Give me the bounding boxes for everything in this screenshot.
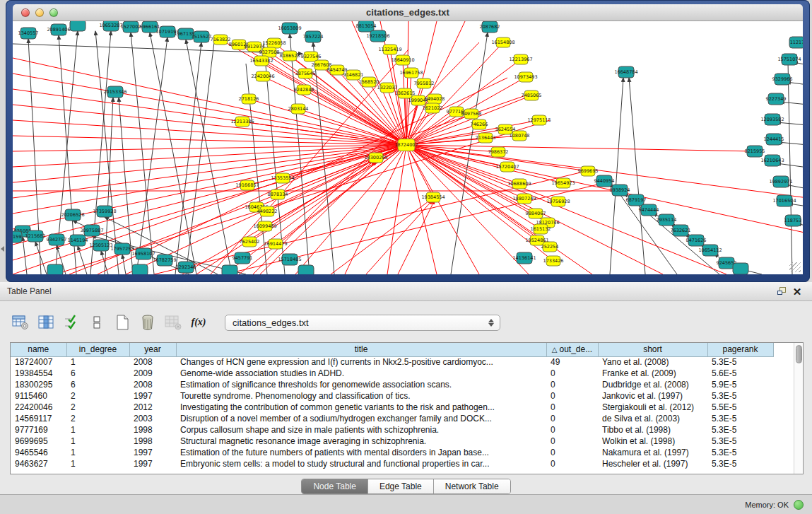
graph-node[interactable]: 1292346 (176, 262, 196, 273)
graph-node[interactable] (132, 264, 148, 274)
graph-node[interactable]: 1340557 (18, 28, 39, 39)
graph-node[interactable]: 7632621 (671, 225, 691, 236)
table-row[interactable]: 1872400712008Changes of HCN gene express… (11, 356, 795, 368)
table-cell[interactable]: 5.3E-5 (707, 458, 773, 469)
graph-node[interactable]: 22420046 (251, 71, 274, 81)
graph-node[interactable]: 19756928 (546, 197, 570, 206)
graph-node[interactable]: 252254 (541, 242, 559, 252)
table-cell[interactable]: 0 (546, 390, 598, 402)
graph-node[interactable]: 9440954 (594, 175, 615, 187)
panel-collapse-arrow-icon[interactable] (1, 246, 4, 252)
new-column-button[interactable] (113, 314, 131, 331)
table-cell[interactable]: 1 (66, 356, 129, 368)
table-cell[interactable]: 0 (546, 379, 598, 390)
zoom-window-button[interactable] (49, 8, 58, 17)
graph-node[interactable]: 1615132 (531, 224, 551, 234)
graph-node[interactable]: 12093582 (760, 114, 784, 125)
table-cell[interactable]: 2008 (129, 379, 176, 390)
graph-node[interactable] (47, 264, 63, 274)
citation-edge-black[interactable] (136, 37, 167, 274)
graph-node[interactable]: 9227349 (766, 93, 787, 105)
graph-node[interactable]: 4498222 (257, 206, 278, 216)
table-cell[interactable]: Genome-wide association studies in ADHD. (176, 368, 546, 379)
graph-node[interactable]: 19166857 (235, 180, 259, 190)
graph-node[interactable]: 9699695 (578, 166, 599, 176)
table-row[interactable]: 969969511998Structural magnetic resonanc… (11, 436, 795, 447)
table-cell[interactable]: 5.9E-5 (707, 379, 773, 390)
table-options-button[interactable] (11, 314, 30, 331)
table-cell[interactable]: Nakamura et al. (1997) (598, 447, 707, 458)
graph-node[interactable]: 16543382 (249, 56, 273, 66)
graph-node[interactable]: 9884067 (526, 209, 546, 218)
graph-node[interactable]: 12213386 (230, 117, 254, 127)
column-header[interactable]: short (598, 343, 707, 356)
graph-node[interactable]: 2803144 (288, 104, 309, 114)
table-cell[interactable]: Corpus callosum shape and size in male p… (176, 424, 546, 436)
graph-node[interactable]: 16154808 (491, 37, 514, 47)
graph-node[interactable]: 16099489 (253, 221, 276, 231)
graph-node[interactable]: 18807249 (512, 194, 536, 204)
tab-node-table[interactable]: Node Table (302, 479, 368, 493)
graph-node[interactable]: 9146821 (343, 70, 364, 80)
table-cell[interactable]: 0 (546, 413, 598, 424)
table-cell[interactable]: Yano et al. (2008) (598, 356, 707, 368)
table-cell[interactable]: 6 (66, 368, 129, 379)
table-cell[interactable]: 0 (546, 424, 598, 436)
memory-status-icon[interactable] (794, 500, 804, 510)
table-cell[interactable] (773, 436, 795, 447)
citation-edge-red[interactable] (295, 145, 406, 274)
table-cell[interactable] (773, 390, 795, 402)
graph-node[interactable]: 10653287 (99, 21, 122, 31)
network-canvas[interactable]: 1872400771638228960128891297415226058932… (13, 21, 803, 274)
graph-node[interactable]: 11217 (789, 37, 803, 48)
citation-edge-black[interactable] (788, 62, 792, 274)
minimize-window-button[interactable] (35, 8, 44, 17)
float-window-button[interactable] (774, 284, 789, 298)
table-select-dropdown[interactable]: citations_edges.txt (225, 315, 500, 331)
table-cell[interactable] (773, 402, 795, 413)
graph-node[interactable]: 16648784 (614, 66, 637, 78)
graph-node[interactable]: 7955812 (414, 78, 435, 88)
table-cell[interactable]: 0 (546, 402, 598, 413)
graph-node[interactable]: 2087682 (480, 21, 500, 33)
citation-edge-black[interactable] (90, 31, 111, 274)
citation-edge-red[interactable] (254, 47, 406, 145)
graph-node[interactable]: 12975115 (527, 115, 551, 125)
window-titlebar[interactable]: citations_edges.txt (13, 4, 803, 21)
table-row[interactable]: 946554611997Estimation of the future num… (11, 447, 795, 458)
graph-node[interactable]: 1145194 (68, 235, 88, 246)
citation-edge-black[interactable] (175, 42, 201, 274)
table-cell[interactable]: 5.3E-5 (707, 447, 773, 458)
table-cell[interactable] (773, 447, 795, 458)
column-header[interactable]: name (11, 343, 66, 356)
row-select-button[interactable] (62, 314, 81, 331)
citation-edge-black[interactable] (610, 78, 623, 274)
table-cell[interactable]: 0 (546, 447, 598, 458)
graph-node[interactable]: 16053809 (278, 23, 301, 34)
resize-grip-icon[interactable] (789, 262, 801, 272)
graph-node[interactable]: 12213967 (509, 54, 532, 64)
table-cell[interactable]: Jankovic et al. (1997) (598, 390, 707, 402)
table-cell[interactable]: Dudbridge et al. (2008) (598, 379, 707, 390)
row-height-button[interactable] (88, 314, 106, 331)
table-cell[interactable]: 5.3E-5 (707, 436, 773, 447)
table-cell[interactable] (773, 424, 795, 436)
table-row[interactable]: 2242004622012Investigating the contribut… (11, 402, 795, 413)
graph-node[interactable]: 746266 (471, 119, 488, 129)
graph-node[interactable]: 1080748 (510, 131, 530, 141)
graph-node[interactable]: 2136443 (476, 133, 496, 143)
table-cell[interactable]: 2012 (129, 402, 176, 413)
table-scrollbar[interactable] (794, 343, 803, 474)
citation-edge-red[interactable] (13, 136, 406, 145)
table-cell[interactable]: 1 (66, 447, 129, 458)
citation-edge-red[interactable] (13, 120, 406, 145)
table-cell[interactable]: 2 (66, 402, 129, 413)
table-cell[interactable]: 14569117 (11, 413, 66, 424)
table-row[interactable]: 946362711997Embryonic stem cells: a mode… (11, 458, 795, 469)
graph-node[interactable]: 7857224 (303, 31, 324, 42)
table-cell[interactable]: Changes of HCN gene expression and I(f) … (176, 356, 546, 368)
table-cell[interactable] (773, 356, 795, 368)
graph-node[interactable]: 118753 (784, 215, 802, 226)
graph-node[interactable]: 15718485 (278, 254, 301, 265)
graph-node[interactable]: 1527002 (121, 21, 141, 33)
